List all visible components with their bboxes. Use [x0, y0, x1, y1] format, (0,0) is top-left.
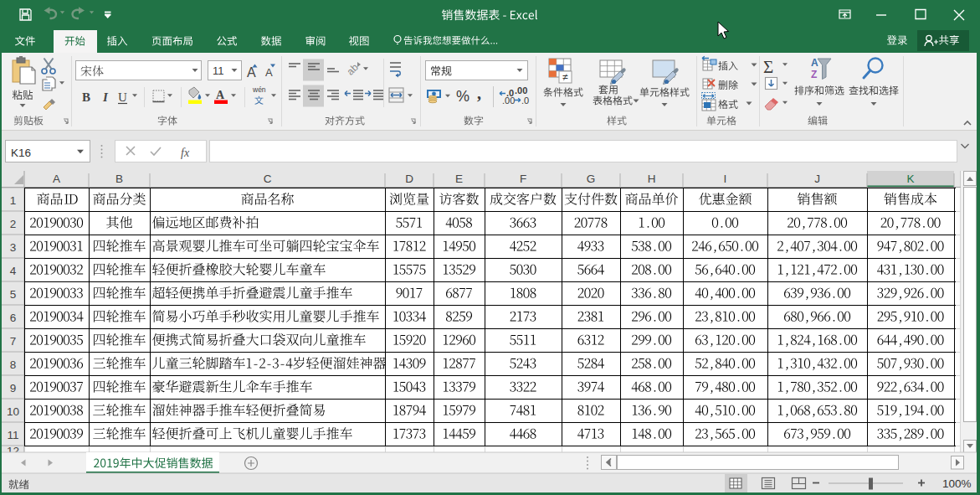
svg-text:.0: .0 — [521, 95, 529, 106]
svg-text:A: A — [265, 66, 273, 79]
svg-text:C: C — [264, 173, 272, 185]
svg-text:≠: ≠ — [562, 71, 568, 83]
svg-text:A: A — [216, 89, 225, 101]
svg-text:10: 10 — [7, 405, 19, 418]
svg-text:B: B — [115, 173, 123, 185]
svg-text:11: 11 — [213, 64, 224, 77]
svg-text:11: 11 — [7, 429, 18, 441]
svg-text:9: 9 — [10, 382, 17, 394]
svg-text:6: 6 — [10, 312, 17, 324]
svg-text:A: A — [247, 65, 256, 80]
svg-text:.00: .00 — [502, 95, 515, 106]
svg-text:8: 8 — [10, 358, 17, 371]
svg-text:I: I — [102, 90, 109, 104]
svg-text:B: B — [82, 90, 90, 104]
svg-text:%: % — [456, 88, 469, 105]
svg-text:D: D — [405, 173, 413, 185]
svg-text:2: 2 — [10, 218, 17, 230]
svg-text:3: 3 — [10, 241, 17, 254]
svg-text:100%: 100% — [942, 477, 972, 490]
svg-text:wén: wén — [252, 85, 266, 94]
svg-text:7: 7 — [10, 335, 17, 348]
svg-text:fx: fx — [181, 147, 190, 159]
svg-text:Σ: Σ — [763, 57, 773, 77]
svg-text:K16: K16 — [11, 147, 31, 159]
svg-text:G: G — [587, 173, 596, 185]
svg-text:,: , — [477, 84, 481, 102]
svg-text:1: 1 — [10, 194, 17, 207]
svg-text:H: H — [648, 173, 656, 185]
svg-text:.00: .00 — [515, 85, 527, 95]
svg-text:U: U — [118, 90, 127, 104]
svg-text:Z: Z — [811, 69, 817, 80]
svg-text:4: 4 — [10, 265, 17, 277]
svg-text:I: I — [724, 173, 727, 185]
svg-text:F: F — [520, 173, 526, 185]
svg-text:J: J — [814, 173, 820, 185]
svg-text:A: A — [53, 173, 60, 185]
svg-text:E: E — [455, 173, 463, 185]
svg-text:5: 5 — [10, 288, 17, 301]
svg-text:K: K — [906, 173, 914, 185]
